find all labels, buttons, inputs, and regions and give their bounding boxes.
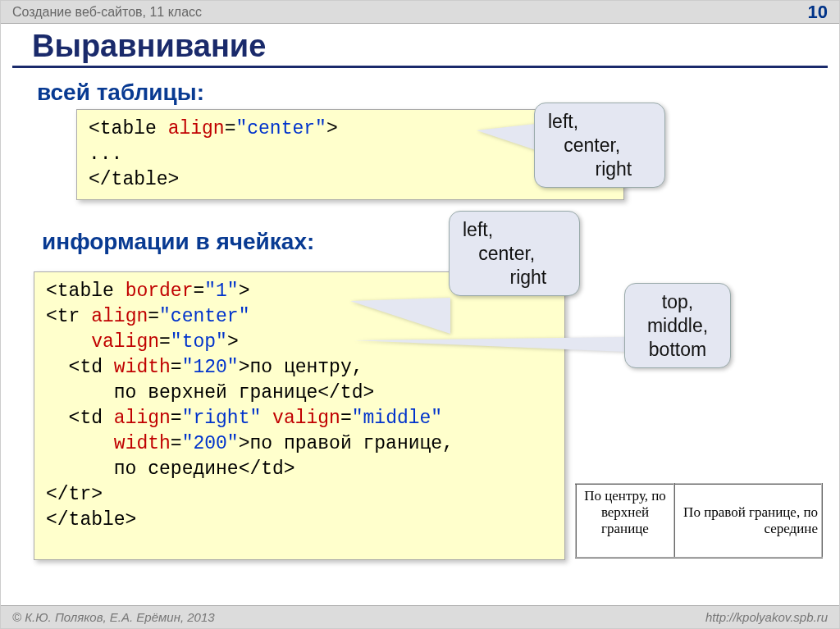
copyright: © К.Ю. Поляков, Е.А. Ерёмин, 2013 <box>12 610 215 624</box>
slide-title: Выравнивание <box>32 29 839 64</box>
example-cell-right-middle: По правой границе, по середине <box>674 484 822 558</box>
title-rule <box>12 66 828 68</box>
course-title: Создание веб-сайтов, 11 класс <box>12 5 202 20</box>
example-rendered-table: По центру, по верхней границе По правой … <box>575 483 823 558</box>
subhead-cell-info: информации в ячейках: <box>42 229 314 255</box>
subhead-whole-table: всей таблицы: <box>37 80 204 106</box>
callout-pointer-1 <box>477 124 536 150</box>
footer-bar: © К.Ю. Поляков, Е.А. Ерёмин, 2013 http:/… <box>1 605 839 628</box>
code-block-cell-align: <table border="1"> <tr align="center" va… <box>34 271 565 560</box>
slide: Создание веб-сайтов, 11 класс 10 Выравни… <box>0 0 840 629</box>
example-cell-center-top: По центру, по верхней границе <box>576 484 674 558</box>
callout-align-values-1: left, center, right <box>534 103 665 188</box>
callout-valign-values: top, middle, bottom <box>624 283 731 368</box>
callout-align-values-2: left, center, right <box>449 211 580 296</box>
callout-pointer-2 <box>350 298 450 334</box>
callout-pointer-3 <box>354 337 626 352</box>
page-number: 10 <box>808 2 828 23</box>
header-bar: Создание веб-сайтов, 11 класс 10 <box>1 1 839 24</box>
footer-url: http://kpolyakov.spb.ru <box>705 610 828 624</box>
